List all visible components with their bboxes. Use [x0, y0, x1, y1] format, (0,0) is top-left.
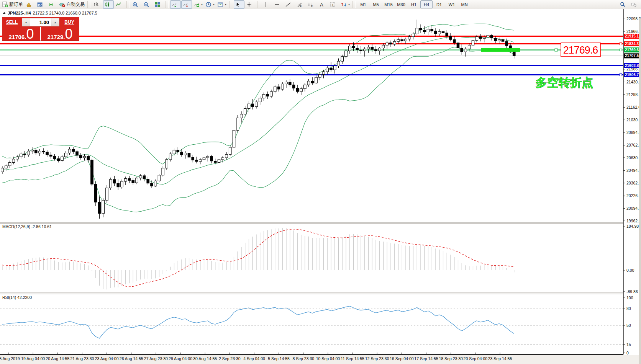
mt-terminal-window: 新订单自动交易▾▾▾EFAT▾M1M5M15M30H1H4D1W1MN 2176…: [0, 0, 641, 364]
collapse-arrow-icon[interactable]: [3, 12, 6, 14]
chart-window: 21769.6多空转折点MACD(12,26,9) -2.86 10.61RSI…: [0, 9, 641, 364]
templates-button[interactable]: ▾: [216, 0, 228, 9]
data-window-button[interactable]: [36, 0, 46, 9]
volume-down-button[interactable]: ▼: [22, 18, 30, 26]
macd-label: MACD(12,26,9) -2.86 10.61: [2, 224, 52, 229]
rsi-axis-label: 80: [626, 306, 631, 311]
hline-anchor[interactable]: [620, 73, 622, 76]
tile-windows-button[interactable]: [153, 0, 164, 9]
timeframe-button-w1[interactable]: W1: [446, 0, 458, 8]
zoom-in-icon: [132, 2, 138, 8]
timeframe-button-d1[interactable]: D1: [433, 0, 445, 8]
text-button[interactable]: A: [317, 0, 328, 9]
auto-trading-button-label: 自动交易: [66, 1, 85, 8]
time-axis[interactable]: 15 Aug 201919 Aug 04:0020 Aug 14:5521 Au…: [0, 353, 641, 364]
vertical-line-button[interactable]: [262, 0, 272, 9]
bar-chart-button[interactable]: [92, 0, 103, 9]
indicators-button[interactable]: ▾: [192, 0, 204, 9]
search-icon: [620, 2, 626, 8]
auto-scroll-button[interactable]: [170, 0, 181, 9]
zoom-in-button[interactable]: [131, 0, 142, 9]
time-label: 19 Aug 04:00: [21, 356, 45, 361]
clock-icon: [205, 2, 211, 8]
auto-scroll-icon: [171, 2, 177, 8]
svg-text:A: A: [320, 2, 323, 8]
toolbar-separator: [257, 1, 260, 8]
price-tick-label: 21162.0: [626, 105, 641, 109]
sell-price[interactable]: 21706.0: [2, 27, 41, 41]
line-chart-icon: [115, 2, 121, 8]
channel-button[interactable]: E: [295, 0, 306, 9]
signal-icon: [48, 2, 54, 8]
rsi-axis-label: 15: [626, 342, 631, 347]
market-watch-button[interactable]: [25, 0, 35, 9]
horizontal-line-icon: [274, 2, 280, 8]
green-highlight-segment[interactable]: [481, 48, 520, 52]
timeframe-button-h1[interactable]: H1: [408, 0, 420, 8]
time-label: 27 Aug 23:30: [144, 356, 168, 361]
toolbar-separator: [229, 1, 232, 8]
chart-shift-button[interactable]: [181, 0, 192, 9]
chevron-down-icon[interactable]: ▾: [201, 3, 203, 6]
template-icon: [217, 2, 223, 8]
hline-anchor[interactable]: [620, 43, 622, 45]
hline-anchor[interactable]: [620, 49, 622, 51]
toolbar-separator: [166, 1, 169, 8]
chart-annotation: 多空转折点: [536, 76, 593, 89]
candlestick-chart-button[interactable]: [103, 0, 114, 9]
horizontal-line-button[interactable]: [273, 0, 284, 9]
signal-button[interactable]: [47, 0, 57, 9]
timeframe-button-m1[interactable]: M1: [357, 0, 369, 8]
zoom-out-button[interactable]: [142, 0, 153, 9]
volume-up-button[interactable]: ▲: [51, 18, 59, 26]
price-badge-label: 21834.3: [625, 42, 639, 46]
ohlc-values: 21722.5 21740.0 21660.0 21707.5: [33, 11, 97, 15]
sell-button[interactable]: SELL: [2, 17, 21, 27]
time-label: 20 Sep 04:00: [464, 356, 488, 361]
macd-axis-label: 184.98: [626, 224, 639, 229]
cursor-button[interactable]: [234, 0, 244, 9]
volume-input[interactable]: 1.00: [30, 18, 51, 26]
fibonacci-button[interactable]: F: [306, 0, 317, 9]
chart-canvas[interactable]: 21769.6多空转折点MACD(12,26,9) -2.86 10.61RSI…: [0, 9, 641, 364]
auto-trading-button[interactable]: 自动交易: [58, 0, 86, 9]
time-label: 15 Aug 2019: [0, 356, 20, 361]
time-label: 5 Sep 14:55: [268, 356, 290, 361]
timeframe-button-m30[interactable]: M30: [395, 0, 407, 8]
chevron-down-icon[interactable]: ▾: [348, 3, 350, 6]
hline-anchor-handle[interactable]: [555, 49, 557, 51]
timeframe-button-mn[interactable]: MN: [458, 0, 471, 8]
sell-price-main: 21706: [9, 34, 25, 40]
crosshair-button[interactable]: [245, 0, 256, 9]
new-order-button[interactable]: 新订单: [1, 0, 24, 9]
current-price-badge-label: 21707.5: [625, 54, 639, 58]
timeframe-button-m5[interactable]: M5: [370, 0, 382, 8]
time-label: 23 Aug 04:00: [95, 356, 119, 361]
channel-icon: E: [296, 2, 302, 8]
time-label: 20 Aug 14:55: [46, 356, 69, 361]
chat-button[interactable]: [630, 0, 640, 9]
buy-price[interactable]: 21729.0: [41, 27, 79, 41]
one-click-trading-panel: SELL ▼ 1.00 ▲ BUY 21706.0 21729.0: [2, 17, 79, 41]
new-order-icon: [2, 2, 8, 8]
svg-text:T: T: [332, 3, 334, 7]
line-chart-button[interactable]: [114, 0, 125, 9]
search-button[interactable]: [618, 0, 629, 9]
chevron-down-icon[interactable]: ▾: [225, 3, 226, 6]
timeframe-button-m15[interactable]: M15: [382, 0, 395, 8]
chevron-down-icon[interactable]: ▾: [213, 3, 215, 6]
macd-axis-label: -89.86: [626, 289, 638, 294]
chart-shift-icon: [182, 2, 189, 8]
text-label-button[interactable]: T: [328, 0, 339, 9]
trendline-button[interactable]: [284, 0, 295, 9]
time-label: 8 Sep 23:30: [292, 356, 314, 361]
time-label: 29 Aug 04:00: [169, 356, 192, 361]
arrows-icon: [341, 2, 347, 8]
timeframe-button-h4[interactable]: H4: [420, 0, 433, 8]
time-label: 26 Aug 14:55: [120, 356, 143, 361]
candlestick-icon: [104, 2, 110, 8]
periods-button[interactable]: ▾: [204, 0, 216, 9]
time-label: 4 Sep 04:00: [243, 356, 265, 361]
arrows-button[interactable]: ▾: [339, 0, 351, 9]
buy-button[interactable]: BUY: [60, 17, 79, 27]
